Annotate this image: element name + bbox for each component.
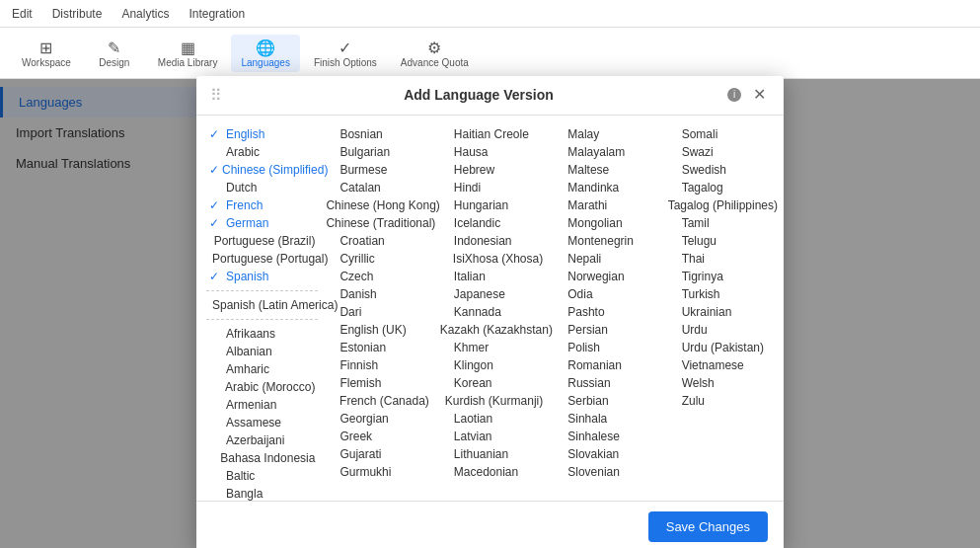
lang-option-macedonian[interactable]: Macedonian xyxy=(434,463,546,481)
lang-option-sinhala[interactable]: Sinhala xyxy=(548,410,659,428)
lang-option-vietnamese[interactable]: Vietnamese xyxy=(662,356,774,374)
lang-option-chinese-traditional[interactable]: Chinese (Traditional) xyxy=(320,214,431,232)
toolbar-languages[interactable]: 🌐 Languages xyxy=(231,35,300,72)
lang-option-bahasa-indonesia[interactable]: Bahasa Indonesia xyxy=(206,449,318,467)
lang-option-spanish[interactable]: ✓Spanish xyxy=(206,268,318,285)
lang-option-mandinka[interactable]: Mandinka xyxy=(548,179,659,196)
lang-option-thai[interactable]: Thai xyxy=(662,250,774,268)
lang-option-malay[interactable]: Malay xyxy=(548,125,659,143)
lang-option-dutch[interactable]: Dutch xyxy=(206,179,318,196)
lang-option-indonesian[interactable]: Indonesian xyxy=(434,232,546,250)
lang-option-french[interactable]: ✓French xyxy=(206,196,318,214)
lang-option-albanian[interactable]: Albanian xyxy=(206,343,318,360)
lang-option-afrikaans[interactable]: Afrikaans xyxy=(206,325,318,343)
lang-option-pashto[interactable]: Pashto xyxy=(548,303,659,321)
lang-option-slovakian[interactable]: Slovakian xyxy=(548,445,659,463)
lang-option-chinese-simplified[interactable]: ✓Chinese (Simplified) xyxy=(206,161,318,179)
lang-option-hindi[interactable]: Hindi xyxy=(434,179,546,196)
lang-option-sinhalese[interactable]: Sinhalese xyxy=(548,428,659,445)
nav-distribute[interactable]: Distribute xyxy=(48,7,107,21)
lang-option-french-canada[interactable]: French (Canada) xyxy=(320,392,431,410)
lang-option-bangla[interactable]: Bangla xyxy=(206,485,318,501)
lang-option-armenian[interactable]: Armenian xyxy=(206,396,318,414)
lang-option-ukrainian[interactable]: Ukrainian xyxy=(662,303,774,321)
lang-option-nepali[interactable]: Nepali xyxy=(548,250,659,268)
lang-option-romanian[interactable]: Romanian xyxy=(548,356,659,374)
lang-option-danish[interactable]: Danish xyxy=(320,285,431,303)
lang-option-turkish[interactable]: Turkish xyxy=(662,285,774,303)
toolbar-media-library[interactable]: ▦ Media Library xyxy=(148,35,228,72)
lang-option-montenegrin[interactable]: Montenegrin xyxy=(548,232,659,250)
lang-option-spanish-latin-america[interactable]: Spanish (Latin America) xyxy=(206,296,318,314)
lang-option-arabic[interactable]: Arabic xyxy=(206,143,318,161)
lang-option-cyrillic[interactable]: Cyrillic xyxy=(320,250,431,268)
lang-option-bulgarian[interactable]: Bulgarian xyxy=(320,143,431,161)
lang-option-italian[interactable]: Italian xyxy=(434,268,546,285)
lang-option-korean[interactable]: Korean xyxy=(434,374,546,392)
lang-option-slovenian[interactable]: Slovenian xyxy=(548,463,659,481)
lang-option-bosnian[interactable]: Bosnian xyxy=(320,125,431,143)
lang-option-hungarian[interactable]: Hungarian xyxy=(434,196,546,214)
lang-option-icelandic[interactable]: Icelandic xyxy=(434,214,546,232)
lang-option-tagalog[interactable]: Tagalog xyxy=(662,179,774,196)
lang-option-gujarati[interactable]: Gujarati xyxy=(320,445,431,463)
lang-option-amharic[interactable]: Amharic xyxy=(206,360,318,378)
lang-option-khmer[interactable]: Khmer xyxy=(434,339,546,356)
lang-option-estonian[interactable]: Estonian xyxy=(320,339,431,356)
lang-option-welsh[interactable]: Welsh xyxy=(662,374,774,392)
nav-analytics[interactable]: Analytics xyxy=(117,7,173,21)
save-changes-button[interactable]: Save Changes xyxy=(648,511,768,542)
lang-option-hebrew[interactable]: Hebrew xyxy=(434,161,546,179)
lang-option-portuguese-brazil[interactable]: Portuguese (Brazil) xyxy=(206,232,318,250)
lang-option-zulu[interactable]: Zulu xyxy=(662,392,774,410)
lang-option-haitian-creole[interactable]: Haitian Creole xyxy=(434,125,546,143)
lang-option-finnish[interactable]: Finnish xyxy=(320,356,431,374)
lang-option-tamil[interactable]: Tamil xyxy=(662,214,774,232)
lang-option-burmese[interactable]: Burmese xyxy=(320,161,431,179)
lang-option-german[interactable]: ✓German xyxy=(206,214,318,232)
lang-option-polish[interactable]: Polish xyxy=(548,339,659,356)
lang-option-arabic-morocco[interactable]: Arabic (Morocco) xyxy=(206,378,318,396)
lang-option-portuguese-portugal[interactable]: Portuguese (Portugal) xyxy=(206,250,318,268)
lang-option-kannada[interactable]: Kannada xyxy=(434,303,546,321)
modal-close-button[interactable]: ✕ xyxy=(749,87,770,103)
toolbar-advance-quota[interactable]: ⚙ Advance Quota xyxy=(391,35,479,72)
nav-integration[interactable]: Integration xyxy=(185,7,249,21)
toolbar-finish-options[interactable]: ✓ Finish Options xyxy=(304,35,387,72)
lang-option-marathi[interactable]: Marathi xyxy=(548,196,659,214)
lang-option-english[interactable]: ✓English xyxy=(206,125,318,143)
lang-option-baltic[interactable]: Baltic xyxy=(206,467,318,485)
lang-option-croatian[interactable]: Croatian xyxy=(320,232,431,250)
lang-option-isixhosa[interactable]: IsiXhosa (Xhosa) xyxy=(434,250,546,268)
lang-option-mongolian[interactable]: Mongolian xyxy=(548,214,659,232)
lang-option-klingon[interactable]: Klingon xyxy=(434,356,546,374)
lang-option-laotian[interactable]: Laotian xyxy=(434,410,546,428)
lang-option-dari[interactable]: Dari xyxy=(320,303,431,321)
lang-option-persian[interactable]: Persian xyxy=(548,321,659,339)
lang-option-flemish[interactable]: Flemish xyxy=(320,374,431,392)
lang-option-serbian[interactable]: Serbian xyxy=(548,392,659,410)
lang-option-telugu[interactable]: Telugu xyxy=(662,232,774,250)
toolbar-design[interactable]: ✎ Design xyxy=(85,35,144,72)
lang-option-malayalam[interactable]: Malayalam xyxy=(548,143,659,161)
lang-option-kurdish[interactable]: Kurdish (Kurmanji) xyxy=(434,392,546,410)
lang-option-urdu[interactable]: Urdu xyxy=(662,321,774,339)
lang-option-odia[interactable]: Odia xyxy=(548,285,659,303)
lang-option-greek[interactable]: Greek xyxy=(320,428,431,445)
lang-option-latvian[interactable]: Latvian xyxy=(434,428,546,445)
lang-option-japanese[interactable]: Japanese xyxy=(434,285,546,303)
lang-option-assamese[interactable]: Assamese xyxy=(206,414,318,431)
lang-option-gurmukhi[interactable]: Gurmukhi xyxy=(320,463,431,481)
lang-option-czech[interactable]: Czech xyxy=(320,268,431,285)
lang-option-georgian[interactable]: Georgian xyxy=(320,410,431,428)
toolbar-workspace[interactable]: ⊞ Workspace xyxy=(12,35,81,72)
lang-option-tigrinya[interactable]: Tigrinya xyxy=(662,268,774,285)
lang-option-kazakh[interactable]: Kazakh (Kazakhstan) xyxy=(434,321,546,339)
lang-option-catalan[interactable]: Catalan xyxy=(320,179,431,196)
lang-option-norwegian[interactable]: Norwegian xyxy=(548,268,659,285)
lang-option-english-uk[interactable]: English (UK) xyxy=(320,321,431,339)
lang-option-maltese[interactable]: Maltese xyxy=(548,161,659,179)
lang-option-hausa[interactable]: Hausa xyxy=(434,143,546,161)
lang-option-chinese-hk[interactable]: Chinese (Hong Kong) xyxy=(320,196,431,214)
lang-option-swazi[interactable]: Swazi xyxy=(662,143,774,161)
